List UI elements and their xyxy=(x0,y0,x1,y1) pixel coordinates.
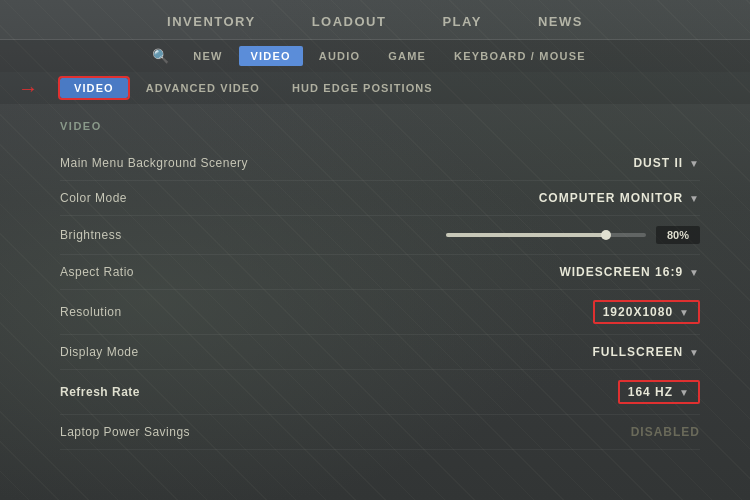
brightness-slider[interactable] xyxy=(446,233,646,237)
slider-fill xyxy=(446,233,606,237)
brightness-value: 80% xyxy=(656,226,700,244)
dropdown-resolution[interactable]: 1920X1080 ▼ xyxy=(593,300,700,324)
value-color-mode[interactable]: COMPUTER MONITOR ▼ xyxy=(539,191,700,205)
label-main-menu-bg: Main Menu Background Scenery xyxy=(60,156,248,170)
setting-row-aspect-ratio: Aspect Ratio WIDESCREEN 16:9 ▼ xyxy=(60,255,700,290)
label-aspect-ratio: Aspect Ratio xyxy=(60,265,134,279)
subtab-video[interactable]: VIDEO xyxy=(60,78,128,98)
chevron-icon: ▼ xyxy=(689,347,700,358)
value-main-menu-bg[interactable]: DUST II ▼ xyxy=(633,156,700,170)
dropdown-main-menu-bg[interactable]: DUST II ▼ xyxy=(633,156,700,170)
value-refresh-rate[interactable]: 164 HZ ▼ xyxy=(618,380,700,404)
chevron-icon: ▼ xyxy=(679,307,690,318)
label-display-mode: Display Mode xyxy=(60,345,139,359)
arrow-indicator: → xyxy=(18,77,38,100)
value-laptop-power: DISABLED xyxy=(631,425,700,439)
subtab-advanced-video[interactable]: ADVANCED VIDEO xyxy=(132,78,274,98)
nav-inventory[interactable]: INVENTORY xyxy=(159,10,264,33)
dropdown-display-mode[interactable]: FULLSCREEN ▼ xyxy=(592,345,700,359)
label-brightness: Brightness xyxy=(60,228,122,242)
settings-content: Video Main Menu Background Scenery DUST … xyxy=(0,104,750,500)
value-display-mode[interactable]: FULLSCREEN ▼ xyxy=(592,345,700,359)
label-laptop-power: Laptop Power Savings xyxy=(60,425,190,439)
dropdown-refresh-rate[interactable]: 164 HZ ▼ xyxy=(618,380,700,404)
tab-keyboard-mouse[interactable]: KEYBOARD / MOUSE xyxy=(442,46,598,66)
label-color-mode: Color Mode xyxy=(60,191,127,205)
dropdown-laptop-power: DISABLED xyxy=(631,425,700,439)
setting-row-refresh-rate: Refresh Rate 164 HZ ▼ xyxy=(60,370,700,415)
nav-loadout[interactable]: LOADOUT xyxy=(304,10,395,33)
setting-row-display-mode: Display Mode FULLSCREEN ▼ xyxy=(60,335,700,370)
setting-row-resolution: Resolution 1920X1080 ▼ xyxy=(60,290,700,335)
nav-news[interactable]: NEWS xyxy=(530,10,591,33)
dropdown-color-mode[interactable]: COMPUTER MONITOR ▼ xyxy=(539,191,700,205)
tab-video[interactable]: VIDEO xyxy=(239,46,303,66)
label-refresh-rate: Refresh Rate xyxy=(60,385,140,399)
settings-tabs: 🔍 NEW VIDEO AUDIO GAME KEYBOARD / MOUSE xyxy=(0,40,750,72)
tab-game[interactable]: GAME xyxy=(376,46,438,66)
setting-row-main-menu-bg: Main Menu Background Scenery DUST II ▼ xyxy=(60,146,700,181)
top-nav: INVENTORY LOADOUT PLAY NEWS xyxy=(0,0,750,40)
label-resolution: Resolution xyxy=(60,305,122,319)
setting-row-laptop-power: Laptop Power Savings DISABLED xyxy=(60,415,700,450)
subtab-hud-edge[interactable]: HUD EDGE POSITIONS xyxy=(278,78,447,98)
chevron-icon: ▼ xyxy=(689,158,700,169)
tab-audio[interactable]: AUDIO xyxy=(307,46,372,66)
chevron-icon: ▼ xyxy=(679,387,690,398)
chevron-icon: ▼ xyxy=(689,267,700,278)
section-title: Video xyxy=(60,120,700,132)
tab-new[interactable]: NEW xyxy=(181,46,234,66)
search-icon[interactable]: 🔍 xyxy=(152,48,169,64)
value-resolution[interactable]: 1920X1080 ▼ xyxy=(593,300,700,324)
setting-row-color-mode: Color Mode COMPUTER MONITOR ▼ xyxy=(60,181,700,216)
setting-row-brightness: Brightness 80% xyxy=(60,216,700,255)
value-aspect-ratio[interactable]: WIDESCREEN 16:9 ▼ xyxy=(559,265,700,279)
sub-tabs: → VIDEO ADVANCED VIDEO HUD EDGE POSITION… xyxy=(0,72,750,104)
nav-play[interactable]: PLAY xyxy=(434,10,489,33)
chevron-icon: ▼ xyxy=(689,193,700,204)
dropdown-aspect-ratio[interactable]: WIDESCREEN 16:9 ▼ xyxy=(559,265,700,279)
slider-thumb[interactable] xyxy=(601,230,611,240)
brightness-control[interactable]: 80% xyxy=(446,226,700,244)
